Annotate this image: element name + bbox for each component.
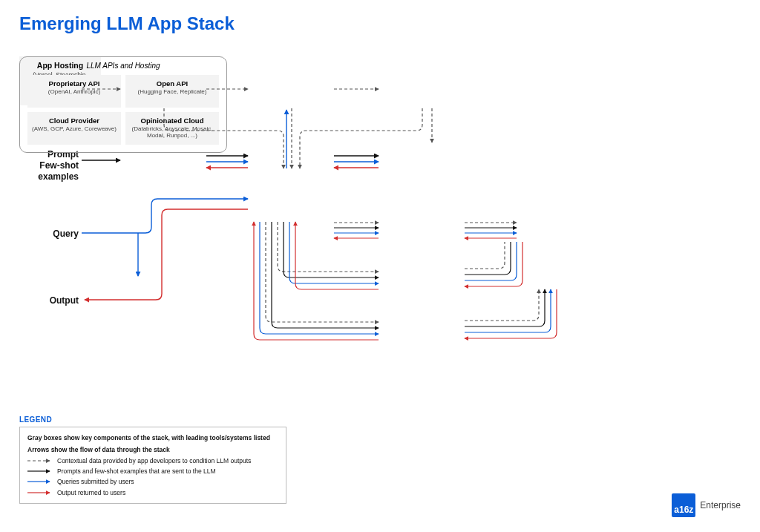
brand-sub: Enterprise: [700, 500, 741, 510]
label-output: Output: [19, 295, 79, 306]
brand: a16z Enterprise: [672, 493, 741, 517]
box-open-api: Open API(Hugging Face, Replicate): [125, 75, 219, 108]
label-prompt: PromptFew-shotexamples: [19, 149, 79, 183]
label-query: Query: [19, 229, 79, 240]
legend: LEGEND Gray boxes show key components of…: [19, 416, 286, 504]
page-title: Emerging LLM App Stack: [19, 13, 741, 34]
brand-logo: a16z: [672, 493, 695, 517]
box-opinionated-cloud: Opinionated Cloud(Databricks, Anyscale, …: [125, 112, 219, 145]
diagram-canvas: Contextualdata PromptFew-shotexamples Qu…: [19, 56, 741, 413]
hosting-group: LLM APIs and Hosting Proprietary API(Ope…: [19, 56, 227, 153]
box-proprietary-api: Proprietary API(OpenAI, Anthropic): [27, 75, 121, 108]
box-cloud-provider: Cloud Provider(AWS, GCP, Azure, Coreweav…: [27, 112, 121, 145]
